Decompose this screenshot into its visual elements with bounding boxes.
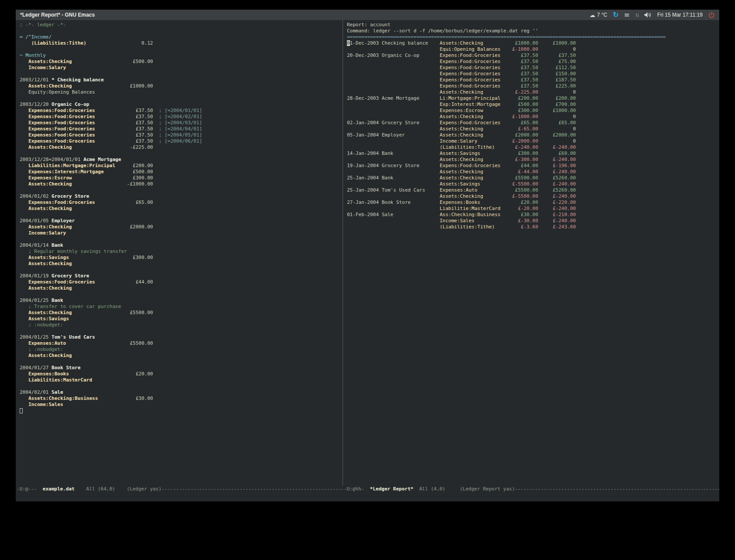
report-row: 05-Jan-2004 EmployerAssets:Checking£2000… [347,132,719,138]
report-date-payee [347,193,440,200]
buffer-name: *Ledger Report* [370,486,413,492]
text-segment [20,248,28,254]
buffer-line [20,46,343,52]
text-segment: Equity:Opening Balances [28,89,95,95]
text-segment [20,255,28,260]
report-row: Income:Sales£-30.00£-240.00 [347,218,719,224]
buffer-line: Expenses:Food:Groceries £65.00 [20,200,343,206]
echo-area[interactable] [16,493,719,501]
report-date-payee: 05-Jan-2004 Employer [347,132,440,138]
buffer-line: Expenses:Food:Groceries £37.50 ; [=2004/… [20,120,343,126]
clock[interactable]: Fri 15 Mar 17:11:19 [657,12,703,18]
report-running-total: £-240.00 [538,218,576,224]
report-amount: £20.00 [504,200,538,206]
report-amount: £-1000.00 [504,46,538,52]
text-segment: * Checking balance [52,77,104,83]
modeline-source[interactable]: -U:@--- example.dat All (64,0) (Ledger y… [16,486,343,493]
text-segment [20,181,28,187]
text-segment: Expenses:Food:Groceries [28,114,95,119]
report-amount: £-2000.00 [504,138,538,144]
text-segment: Assets:Checking [28,310,72,315]
report-amount: £300.00 [504,150,538,157]
text-segment [20,340,28,346]
report-date-payee: 02-Jan-2004 Grocery Store [347,120,440,126]
buffer-line: Expenses:Food:Groceries £37.50 ; [=2004/… [20,126,343,132]
text-segment: Grocery Store [52,273,89,279]
text-segment: Assets:Savings [28,316,69,322]
report-date-payee [347,102,440,108]
text-segment: 0.12 [86,40,153,46]
report-row: 01-Feb-2004 SaleAss:Checking:Business£30… [347,212,719,218]
text-segment: Organic Co-op [52,102,89,107]
report-running-total: 0 [538,89,576,95]
text-segment [20,371,28,377]
text-segment: £37.50 [95,108,153,113]
text-segment: £5500.00 [66,340,153,346]
buffer-line [20,236,343,242]
report-running-total: £225.00 [538,83,576,89]
text-segment: £20.00 [69,371,153,377]
text-segment: £44.00 [95,279,153,285]
report-amount: £-1000.00 [504,114,538,120]
report-account: Liabilitie:MasterCard [440,206,504,212]
report-amount: £-5500.00 [504,181,538,187]
text-segment: £37.50 [95,138,153,144]
report-date-payee [347,108,440,114]
buffer-line: 2004/01/14 Bank [20,242,343,248]
report-row: 25-Jan-2004 BankAssets:Checking£5500.00£… [347,175,719,181]
mail-icon[interactable]: ✉ [624,12,629,18]
text-segment: Expenses:Books [28,371,69,377]
network-traffic-icon[interactable]: ↑↓ [635,12,638,18]
text-segment: Bank [52,242,63,248]
modeline-report[interactable]: -U:@%%- *Ledger Report* All (4,0) (Ledge… [343,486,719,493]
source-window[interactable]: ; -*- ledger -*- = /^Income/ (Liabilitie… [16,20,343,486]
report-running-total: £-243.60 [538,224,576,230]
report-window[interactable]: Report: accountCommand: ledger --sort d … [343,20,719,486]
text-segment [20,200,28,205]
buffer-line: Expenses:Escrow £300.00 [20,175,343,181]
text-segment: Acme Mortgage [84,157,121,162]
mode-indicator: (Ledger yas) [127,486,161,492]
text-segment: £65.00 [95,200,153,205]
text-segment: £500.00 [104,169,153,175]
emacs-windows: ; -*- ledger -*- = /^Income/ (Liabilitie… [16,20,719,486]
buffer-line: Assets:Savings [20,316,343,322]
text-segment: Grocery Store [52,193,89,199]
buffer-line: Assets:Checking [20,353,343,359]
weather-widget[interactable]: ☁ 7 °C [589,12,607,18]
report-amount: £500.00 [504,102,538,108]
text-segment: = /^Income/ [20,34,52,40]
text-segment: ; [=2004/02/01] [153,114,203,119]
refresh-icon[interactable]: ↻ [613,11,619,18]
report-running-total: 0 [538,138,576,144]
report-date-payee [347,169,440,175]
power-icon[interactable] [708,12,715,18]
report-account: Assets:Checking [440,132,504,138]
report-account: Equi:Opening Balances [440,46,504,52]
report-account: Assets:Checking [440,193,504,200]
text-segment: ; [=2004/05/01] [153,132,203,138]
volume-icon[interactable] [644,12,651,18]
buffer-line: -U:@--- example.dat All (64,0) (Ledger y… [17,486,343,493]
buffer-line: ; :nobudget: [20,346,343,353]
report-account: Assets:Checking [440,175,504,181]
buffer-line [20,267,343,273]
buffer-line: 2003/12/28=2004/01/01 Acme Mortgage [20,157,343,163]
report-running-total: £5260.00 [538,187,576,193]
report-row: Assets:Checking£-1000.000 [347,114,719,120]
report-amount: £37.50 [504,71,538,77]
text-segment: £37.50 [95,132,153,138]
report-account: Expens:Food:Groceries [440,163,504,169]
buffer-line: Expenses:Food:Groceries £44.00 [20,279,343,285]
buffer-line: 2004/01/25 Bank [20,298,343,304]
report-amount: £-225.00 [504,89,538,95]
report-account: (Liabilities:Tithe) [440,224,504,230]
text-segment: Assets:Checking:Business [28,396,98,401]
report-amount: £37.50 [504,59,538,65]
buffer-line [20,408,343,414]
buffer-line: ; -*- ledger -*- [20,22,343,28]
text-segment: ; :nobudget: [28,346,63,352]
buffer-line: Expenses:Auto £5500.00 [20,340,343,346]
text-segment: (Liabilities:Tithe) [32,40,87,46]
text-segment: Expenses:Food:Groceries [28,120,95,126]
